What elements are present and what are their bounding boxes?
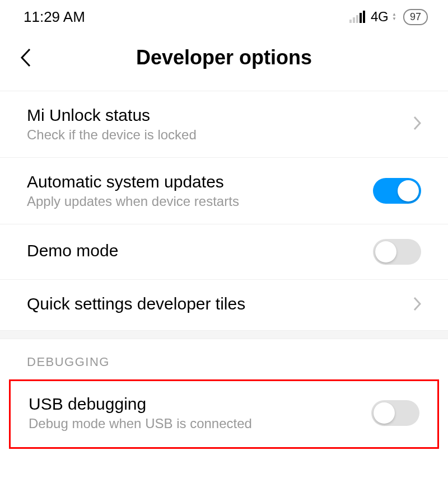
item-title: Mi Unlock status xyxy=(27,106,413,125)
status-right: 4G ▲▼ 97 xyxy=(349,9,428,25)
item-title: Demo mode xyxy=(27,241,373,260)
chevron-right-icon xyxy=(413,297,421,313)
status-time: 11:29 AM xyxy=(24,8,85,26)
chevron-right-icon xyxy=(413,116,421,133)
demo-mode-toggle[interactable] xyxy=(373,239,421,265)
usb-debugging-toggle[interactable] xyxy=(371,400,419,426)
highlight-box: USB debugging Debug mode when USB is con… xyxy=(9,379,439,449)
section-divider xyxy=(0,330,448,339)
item-title: USB debugging xyxy=(29,395,371,414)
item-subtitle: Check if the device is locked xyxy=(27,127,413,143)
demo-mode-item[interactable]: Demo mode xyxy=(0,224,448,280)
quick-settings-developer-tiles-item[interactable]: Quick settings developer tiles xyxy=(0,280,448,330)
usb-debugging-item[interactable]: USB debugging Debug mode when USB is con… xyxy=(11,381,437,447)
automatic-system-updates-item[interactable]: Automatic system updates Apply updates w… xyxy=(0,158,448,224)
header: Developer options xyxy=(0,34,448,91)
status-bar: 11:29 AM 4G ▲▼ 97 xyxy=(0,0,448,34)
item-subtitle: Debug mode when USB is connected xyxy=(29,416,371,431)
network-arrows-icon: ▲▼ xyxy=(392,12,396,21)
battery-icon: 97 xyxy=(403,9,428,25)
item-title: Automatic system updates xyxy=(27,172,373,191)
network-label: 4G xyxy=(371,9,388,25)
page-title: Developer options xyxy=(20,46,428,69)
signal-icon xyxy=(349,11,365,23)
item-title: Quick settings developer tiles xyxy=(27,294,413,313)
debugging-section-header: DEBUGGING xyxy=(0,339,448,379)
item-subtitle: Apply updates when device restarts xyxy=(27,194,373,209)
automatic-system-updates-toggle[interactable] xyxy=(373,178,421,204)
mi-unlock-status-item[interactable]: Mi Unlock status Check if the device is … xyxy=(0,91,448,158)
